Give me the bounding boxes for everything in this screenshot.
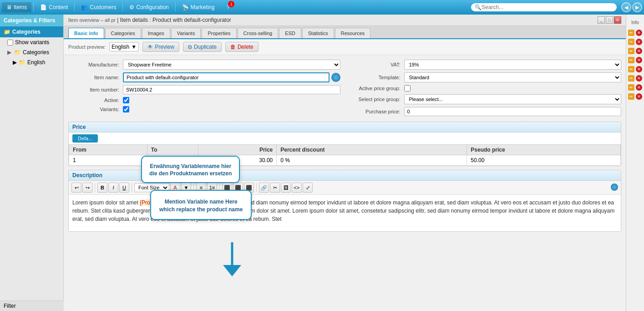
duplicate-btn-label: Duplicate xyxy=(194,44,217,50)
globe-icon xyxy=(331,73,340,82)
pseudo-price-header: Pseudo price xyxy=(467,145,621,155)
action-3: ✏ ✕ xyxy=(628,48,642,54)
active-price-group-checkbox[interactable] xyxy=(404,85,411,92)
sidebar: Categories & Filters 📁 Categories Show v… xyxy=(0,15,64,311)
edit-icon-3[interactable]: ✏ xyxy=(628,48,634,54)
sidebar-categories-filters: Categories & Filters xyxy=(0,15,63,26)
tab-statistics[interactable]: Statistics xyxy=(302,28,334,38)
language-value: English xyxy=(112,44,129,50)
nav-content[interactable]: 📄 Content xyxy=(35,2,72,12)
sidebar-categories-item[interactable]: ▶ 📁 Categories xyxy=(0,47,63,57)
language-select[interactable]: English ▼ xyxy=(109,42,139,51)
preview-btn-label: Preview xyxy=(155,44,174,50)
delete-btn-label: Delete xyxy=(238,44,254,50)
lorem-before: Lorem ipsum dolor sit amet xyxy=(72,199,140,206)
delete-icon-5[interactable]: ✕ xyxy=(636,66,642,72)
tab-esd[interactable]: ESD xyxy=(279,28,301,38)
sidebar-categories-section[interactable]: 📁 Categories xyxy=(0,26,63,37)
edit-icon-5[interactable]: ✏ xyxy=(628,66,634,72)
unlink-button[interactable]: ✂ xyxy=(270,183,280,193)
bold-button[interactable]: B xyxy=(97,183,107,193)
close-button[interactable]: ✕ xyxy=(614,16,621,24)
help-button[interactable]: ? 1 xyxy=(222,1,234,14)
edit-icon-4[interactable]: ✏ xyxy=(628,57,634,63)
pseudo-price-cell: 50.00 xyxy=(467,155,621,166)
to-header: To xyxy=(147,145,198,155)
sidebar-show-variants[interactable]: Show variants xyxy=(0,37,63,47)
undo-button[interactable]: ↩ xyxy=(71,183,81,193)
edit-icon-1[interactable]: ✏ xyxy=(628,30,634,36)
edit-icon-2[interactable]: ✏ xyxy=(628,39,634,45)
manufacturer-select[interactable]: Shopware Freetime xyxy=(123,60,340,70)
globe-icon-editor xyxy=(611,184,618,191)
browser-icons: ◀ ▶ xyxy=(621,2,642,12)
duplicate-button[interactable]: ⧉ Duplicate xyxy=(183,42,222,52)
delete-icon-4[interactable]: ✕ xyxy=(636,57,642,63)
search-bar[interactable]: 🔍 xyxy=(471,3,617,11)
callout-german-text: Erwähnung Variablenname hier die den Pro… xyxy=(149,163,232,177)
tab-categories[interactable]: Categories xyxy=(105,28,141,38)
delete-icon-7[interactable]: ✕ xyxy=(636,84,642,91)
tab-images[interactable]: Images xyxy=(142,28,170,38)
vat-select[interactable]: 19% xyxy=(404,60,622,70)
lang-indicator xyxy=(609,184,618,192)
select-price-group-select[interactable]: Please select... xyxy=(404,94,622,104)
detail-title: Item details : Product with default-conf… xyxy=(120,17,231,23)
sep5 xyxy=(256,183,257,192)
template-select[interactable]: Standard xyxy=(404,72,622,82)
delete-icon: 🗑 xyxy=(230,44,236,50)
nav-items[interactable]: 🖥 Items xyxy=(2,2,31,12)
price-tab-default[interactable]: Defa... xyxy=(72,134,98,143)
tab-variants[interactable]: Variants xyxy=(171,28,201,38)
tab-cross-selling[interactable]: Cross-selling xyxy=(238,28,279,38)
configuration-icon: ⚙ xyxy=(129,4,134,10)
delete-icon-2[interactable]: ✕ xyxy=(636,39,642,45)
edit-icon-8[interactable]: ✏ xyxy=(628,93,634,100)
code-button[interactable]: <> xyxy=(292,183,302,193)
sidebar-english-item[interactable]: ▶ 📁 English xyxy=(0,57,63,67)
delete-button[interactable]: 🗑 Delete xyxy=(225,42,259,52)
marketing-icon: 📡 xyxy=(182,4,189,10)
show-variants-checkbox[interactable] xyxy=(7,40,13,46)
edit-icon-7[interactable]: ✏ xyxy=(628,84,634,91)
maximize-button[interactable]: □ xyxy=(606,16,613,24)
link-button[interactable]: 🔗 xyxy=(259,183,269,193)
delete-icon-6[interactable]: ✕ xyxy=(636,75,642,82)
search-icon: 🔍 xyxy=(475,4,482,10)
forward-icon[interactable]: ▶ xyxy=(632,2,642,12)
back-icon[interactable]: ◀ xyxy=(621,2,631,12)
edit-icon-6[interactable]: ✏ xyxy=(628,75,634,82)
image-button[interactable]: 🖼 xyxy=(281,183,291,193)
delete-icon-8[interactable]: ✕ xyxy=(636,93,642,100)
search-input[interactable] xyxy=(482,4,613,10)
sep2 xyxy=(132,183,132,192)
folder-small-icon-2: 📁 xyxy=(19,59,25,66)
purchase-price-input[interactable] xyxy=(404,107,622,116)
underline-button[interactable]: U xyxy=(119,183,129,193)
redo-button[interactable]: ↪ xyxy=(82,183,92,193)
action-7: ✏ ✕ xyxy=(628,84,642,91)
delete-icon-1[interactable]: ✕ xyxy=(636,30,642,36)
template-label: Template: xyxy=(350,75,404,80)
minimize-button[interactable]: _ xyxy=(598,16,605,24)
preview-label: Product preview: xyxy=(68,44,106,50)
preview-button[interactable]: 👁 Preview xyxy=(142,42,179,52)
overview-link[interactable]: Item overview – all pr xyxy=(68,17,116,23)
variants-checkbox[interactable] xyxy=(123,106,129,112)
fullscreen-button[interactable]: ⤢ xyxy=(303,183,313,193)
tab-properties[interactable]: Properties xyxy=(202,28,236,38)
italic-button[interactable]: I xyxy=(108,183,118,193)
nav-configuration[interactable]: ⚙ Configuration xyxy=(125,2,173,12)
nav-customers[interactable]: 👥 Customers xyxy=(76,2,121,12)
tab-resources[interactable]: Resources xyxy=(335,28,371,38)
nav-marketing-label: Marketing xyxy=(191,4,215,10)
item-number-input[interactable] xyxy=(123,85,340,94)
item-name-input[interactable] xyxy=(123,72,330,82)
active-checkbox[interactable] xyxy=(123,97,129,103)
delete-icon-3[interactable]: ✕ xyxy=(636,48,642,54)
nav-configuration-label: Configuration xyxy=(136,4,168,10)
tab-basic-info[interactable]: Basic info xyxy=(68,28,104,38)
active-row: Active: xyxy=(68,97,340,103)
nav-marketing[interactable]: 📡 Marketing xyxy=(177,2,219,12)
price-section-header: Price xyxy=(69,122,621,133)
